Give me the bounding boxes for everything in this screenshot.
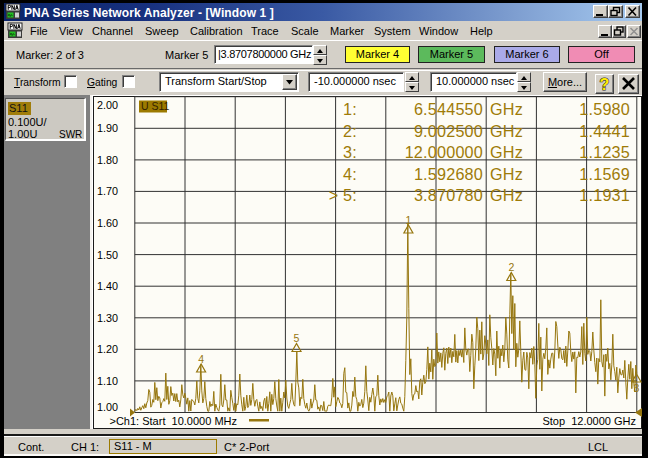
- svg-text:1: 1: [405, 214, 411, 226]
- svg-text:Stop 12.0000 GHz: Stop 12.0000 GHz: [542, 415, 636, 427]
- svg-text:5: 5: [294, 332, 300, 344]
- svg-text:1.4441: 1.4441: [579, 122, 630, 140]
- svg-text:1.50: 1.50: [97, 249, 118, 261]
- svg-text:GHz: GHz: [490, 165, 523, 183]
- svg-text:1.1235: 1.1235: [579, 143, 630, 161]
- svg-text:GHz: GHz: [490, 100, 523, 118]
- svg-text:2: 2: [508, 261, 514, 273]
- svg-text:1.592680: 1.592680: [414, 165, 483, 183]
- svg-text:1.90: 1.90: [97, 122, 118, 134]
- svg-text:12.000000: 12.000000: [405, 143, 483, 161]
- svg-text:2.00: 2.00: [97, 99, 118, 111]
- svg-text:1.1931: 1.1931: [579, 186, 630, 204]
- svg-text:GHz: GHz: [490, 186, 523, 204]
- svg-text:4: 4: [198, 353, 204, 365]
- svg-text:1.60: 1.60: [97, 217, 118, 229]
- svg-text:1.10: 1.10: [97, 375, 118, 387]
- svg-text:GHz: GHz: [490, 122, 523, 140]
- svg-text:U S11: U S11: [141, 100, 170, 112]
- svg-text:GHz: GHz: [490, 143, 523, 161]
- svg-text:?: ?: [600, 76, 610, 93]
- svg-text:6.544550: 6.544550: [414, 100, 483, 118]
- svg-text:1.80: 1.80: [97, 154, 118, 166]
- svg-text:9.002500: 9.002500: [414, 122, 483, 140]
- svg-text:1.20: 1.20: [97, 343, 118, 355]
- svg-text:1.1569: 1.1569: [579, 165, 630, 183]
- svg-text:1.40: 1.40: [97, 280, 118, 292]
- svg-text:1.30: 1.30: [97, 312, 118, 324]
- svg-text:3:: 3:: [343, 143, 357, 161]
- svg-text:1.70: 1.70: [97, 185, 118, 197]
- svg-text:2:: 2:: [343, 122, 357, 140]
- svg-text:3.870780: 3.870780: [414, 186, 483, 204]
- svg-text:> 5:: > 5:: [329, 186, 357, 204]
- svg-text:>Ch1: Start 10.0000 MHz: >Ch1: Start 10.0000 MHz: [110, 415, 237, 427]
- svg-text:3: 3: [634, 382, 640, 394]
- svg-text:4:: 4:: [343, 165, 357, 183]
- svg-text:1.00: 1.00: [97, 401, 118, 413]
- svg-text:1:: 1:: [343, 100, 357, 118]
- svg-text:1.5980: 1.5980: [579, 100, 630, 118]
